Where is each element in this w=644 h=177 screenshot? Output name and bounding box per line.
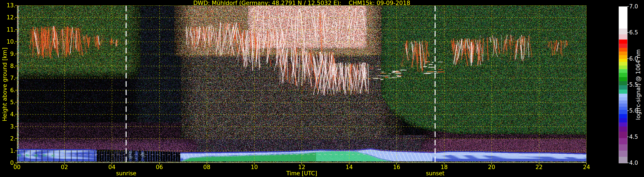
y-tick-mark (15, 78, 17, 78)
y-tick-mark (15, 126, 17, 127)
y-tick-label: 7. (0, 75, 16, 81)
x-tick-label: 14 (346, 164, 353, 170)
y-tick-label: 3. (0, 123, 16, 130)
sunset-annotation: sunset (426, 170, 444, 176)
colorbar-tick-mark (627, 137, 629, 137)
x-tick-label: 18 (440, 164, 448, 170)
colorbar-tick-label: 4.5 (629, 134, 638, 140)
x-tick-label: 06 (156, 164, 163, 170)
colorbar-tick-label: 5.0 (629, 107, 638, 114)
y-tick-mark (15, 30, 17, 30)
x-tick-mark (444, 163, 444, 164)
colorbar (619, 7, 628, 163)
y-tick-label: 8. (0, 63, 16, 69)
x-tick-mark (112, 163, 112, 164)
x-tick-mark (539, 163, 539, 164)
colorbar-tick-mark (627, 163, 629, 163)
y-tick-label: 1. (0, 147, 16, 154)
x-tick-label: 16 (393, 164, 400, 170)
y-tick-label: 6. (0, 87, 16, 93)
x-tick-label: 02 (61, 164, 68, 170)
x-tick-mark (64, 163, 64, 164)
colorbar-tick-mark (627, 6, 629, 7)
y-tick-label: 11. (0, 27, 16, 33)
x-tick-mark (159, 163, 160, 164)
y-tick-mark (15, 138, 17, 139)
y-tick-label: 9. (0, 51, 16, 57)
y-tick-mark (15, 5, 17, 6)
y-tick-mark (15, 114, 17, 114)
colorbar-tick-mark (627, 58, 629, 59)
colorbar-tick-mark (627, 110, 629, 111)
y-tick-mark (15, 163, 17, 163)
x-tick-mark (302, 163, 302, 164)
x-tick-mark (349, 163, 349, 164)
x-tick-label: 04 (108, 164, 116, 170)
y-axis-label: Height above ground [km] (2, 48, 8, 121)
x-axis-label: Time [UTC] (286, 170, 317, 176)
x-tick-mark (492, 163, 492, 164)
colorbar-tick-label: 6.0 (629, 55, 638, 62)
y-tick-label: 13. (0, 2, 16, 9)
y-tick-label: 10. (0, 39, 16, 45)
y-tick-mark (15, 66, 17, 66)
x-tick-mark (586, 163, 587, 164)
x-tick-label: 24 (583, 164, 590, 170)
colorbar-tick-mark (627, 32, 629, 33)
colorbar-tick-mark (627, 84, 629, 85)
x-tick-mark (396, 163, 397, 164)
y-tick-mark (15, 54, 17, 54)
y-tick-mark (15, 150, 17, 151)
x-tick-label: 22 (536, 164, 542, 170)
x-tick-mark (254, 163, 254, 164)
ceilometer-heatmap-canvas (17, 5, 586, 163)
x-tick-mark (17, 163, 17, 164)
y-tick-label: 4. (0, 111, 16, 117)
x-tick-label: 10 (251, 164, 258, 170)
x-tick-mark (207, 163, 207, 164)
y-tick-mark (15, 102, 17, 102)
x-tick-label: 08 (203, 164, 210, 170)
y-tick-mark (15, 17, 17, 18)
y-tick-label: 0. (0, 160, 16, 166)
x-tick-label: 20 (488, 164, 495, 170)
y-tick-label: 12. (0, 14, 16, 21)
y-tick-label: 5. (0, 99, 16, 105)
sunrise-annotation: sunrise (116, 170, 136, 176)
colorbar-tick-label: 5.5 (629, 81, 638, 88)
colorbar-tick-label: 7.0 (629, 3, 638, 10)
colorbar-tick-label: 4.0 (629, 160, 638, 166)
y-tick-label: 2. (0, 135, 16, 142)
colorbar-tick-label: 6.5 (629, 29, 638, 36)
y-tick-mark (15, 90, 17, 90)
x-tick-label: 12 (298, 164, 305, 170)
y-tick-mark (15, 42, 17, 42)
